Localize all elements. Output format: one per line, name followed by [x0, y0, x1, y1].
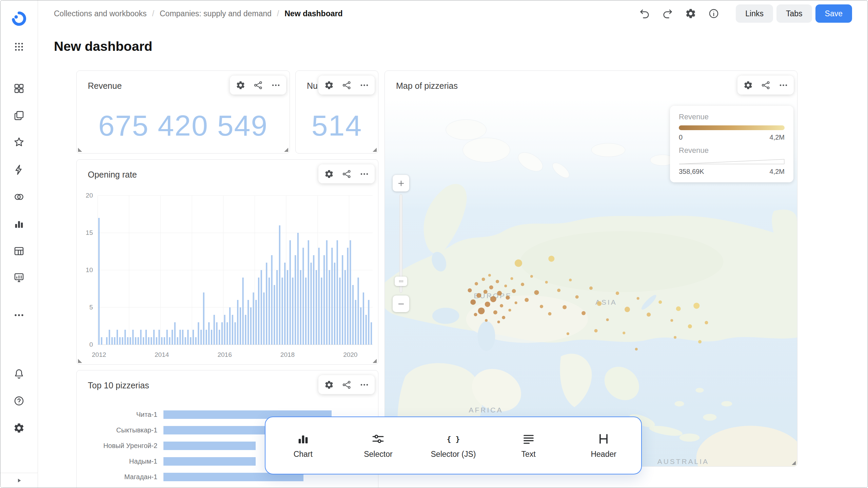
sidebar-item-charts[interactable]: [9, 215, 29, 233]
widget-connections-button[interactable]: [757, 77, 774, 93]
add-header-button[interactable]: Header: [566, 432, 641, 459]
map-point[interactable]: [569, 279, 572, 281]
map-point[interactable]: [534, 290, 539, 295]
settings-button[interactable]: [9, 419, 29, 438]
widget-more-button[interactable]: [267, 77, 284, 93]
map-point[interactable]: [670, 319, 673, 322]
map-point[interactable]: [500, 304, 503, 307]
map-point[interactable]: [521, 283, 524, 286]
map-point[interactable]: [502, 316, 505, 319]
resize-handle[interactable]: [373, 148, 377, 152]
widget-connections-button[interactable]: [338, 77, 355, 93]
dashboard-settings-button[interactable]: [681, 4, 701, 23]
map-point[interactable]: [490, 296, 496, 302]
map-point[interactable]: [489, 285, 493, 289]
breadcrumb-collections[interactable]: Collections and workbooks: [54, 9, 147, 18]
sidebar-item-collections[interactable]: [9, 106, 29, 125]
map-point[interactable]: [475, 282, 478, 285]
widget-pizzeria-count[interactable]: Nu 514: [295, 70, 378, 154]
map-point[interactable]: [705, 321, 708, 324]
info-button[interactable]: [704, 4, 724, 23]
zoom-in-button[interactable]: [393, 175, 409, 191]
map-point[interactable]: [606, 318, 609, 321]
widget-opening-rate[interactable]: Opening rate 051015202012201420162018202…: [76, 159, 378, 365]
map-point[interactable]: [488, 274, 491, 277]
map-point[interactable]: [510, 277, 513, 280]
widget-settings-button[interactable]: [320, 166, 338, 182]
map-point[interactable]: [575, 295, 579, 299]
notifications-button[interactable]: [9, 364, 29, 383]
resize-handle[interactable]: [78, 148, 82, 152]
map-point[interactable]: [497, 291, 502, 296]
zoom-slider-handle[interactable]: [395, 277, 407, 286]
widget-more-button[interactable]: [774, 77, 792, 93]
widget-revenue[interactable]: Revenue 675 420 549: [76, 70, 290, 154]
sidebar-item-monitoring[interactable]: [9, 268, 29, 287]
map-point[interactable]: [545, 281, 548, 284]
add-selector-js-button[interactable]: Selector (JS): [416, 432, 491, 459]
widget-settings-button[interactable]: [320, 377, 338, 392]
map-point[interactable]: [647, 312, 651, 317]
map-point[interactable]: [594, 329, 598, 332]
map-point[interactable]: [563, 305, 567, 309]
tabs-button[interactable]: Tabs: [776, 4, 812, 23]
sidebar-item-datasets[interactable]: [9, 242, 29, 261]
map-point[interactable]: [496, 280, 499, 283]
apps-grid-button[interactable]: [9, 37, 29, 56]
map-point[interactable]: [525, 298, 529, 302]
widget-settings-button[interactable]: [232, 77, 249, 93]
map-point[interactable]: [688, 324, 692, 328]
map-point[interactable]: [485, 302, 490, 307]
undo-button[interactable]: [635, 4, 654, 23]
map-point[interactable]: [635, 348, 638, 350]
map-point[interactable]: [693, 303, 699, 309]
widget-more-button[interactable]: [355, 377, 373, 392]
widget-connections-button[interactable]: [338, 166, 355, 182]
sidebar-item-quick-actions[interactable]: [9, 160, 29, 179]
resize-handle[interactable]: [373, 359, 377, 363]
map-point[interactable]: [658, 300, 662, 304]
widget-more-button[interactable]: [355, 166, 373, 182]
sidebar-item-more[interactable]: [9, 306, 29, 325]
map-point[interactable]: [540, 305, 543, 308]
widget-map-of-pizzerias[interactable]: Map of pizzerias: [384, 70, 797, 467]
widget-settings-button[interactable]: [739, 77, 757, 93]
map-point[interactable]: [557, 289, 560, 292]
map-point[interactable]: [515, 260, 522, 267]
add-text-button[interactable]: Text: [491, 432, 566, 459]
map-point[interactable]: [509, 309, 511, 311]
map-point[interactable]: [581, 311, 586, 315]
links-button[interactable]: Links: [736, 4, 773, 23]
map-point[interactable]: [504, 285, 507, 287]
map-point[interactable]: [474, 313, 477, 316]
map-point[interactable]: [493, 310, 497, 314]
map-point[interactable]: [476, 293, 481, 298]
map-point[interactable]: [530, 275, 533, 278]
widget-connections-button[interactable]: [249, 77, 267, 93]
zoom-out-button[interactable]: [393, 296, 409, 312]
add-chart-button[interactable]: Chart: [265, 432, 341, 459]
datalens-logo[interactable]: [9, 9, 29, 28]
map-point[interactable]: [485, 319, 488, 322]
map-point[interactable]: [625, 307, 630, 312]
map-point[interactable]: [478, 307, 485, 314]
save-button[interactable]: Save: [815, 4, 852, 23]
map-point[interactable]: [468, 288, 472, 292]
map-point[interactable]: [698, 340, 702, 344]
map-point[interactable]: [623, 331, 625, 334]
map-point[interactable]: [616, 291, 619, 295]
sidebar-item-connections[interactable]: [9, 187, 29, 206]
map-point[interactable]: [589, 286, 593, 290]
map-point[interactable]: [497, 321, 500, 323]
widget-settings-button[interactable]: [320, 77, 338, 93]
sidebar-item-favorites[interactable]: [9, 133, 29, 151]
widget-connections-button[interactable]: [338, 377, 355, 392]
map-canvas[interactable]: EUROPE ASIA AFRICA AUSTRALIA Revenue 0 4…: [385, 99, 797, 466]
map-point[interactable]: [674, 336, 676, 339]
map-point[interactable]: [506, 296, 510, 300]
map-point[interactable]: [470, 299, 476, 305]
map-point[interactable]: [637, 297, 639, 300]
sidebar-expand-button[interactable]: [0, 473, 38, 488]
map-point[interactable]: [482, 278, 485, 281]
resize-handle[interactable]: [284, 148, 288, 152]
